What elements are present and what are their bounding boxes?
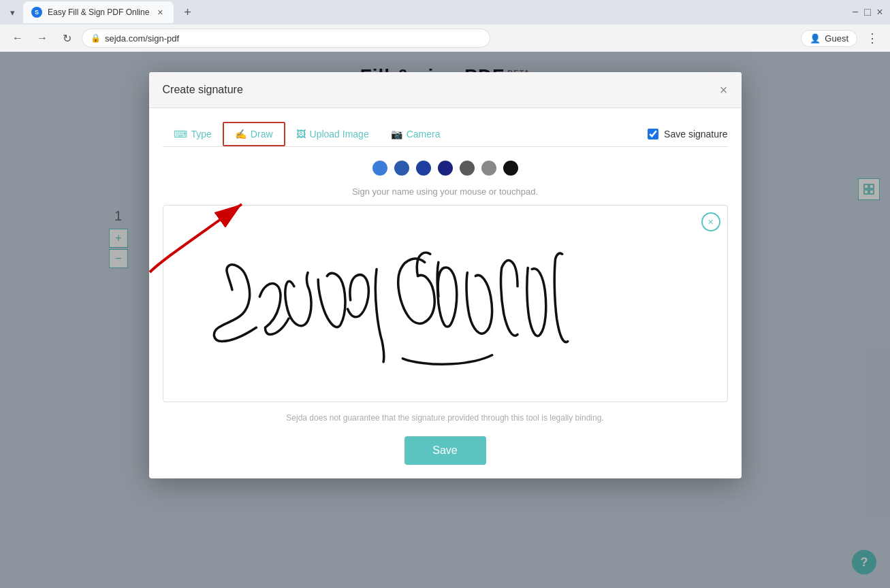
disclaimer-text: Sejda does not guarantee that the signat… bbox=[163, 413, 728, 423]
signature-tabs: ⌨ Type ✍ Draw 🖼 Upload Image 📷 Camera bbox=[163, 122, 728, 147]
save-signature-area: Save signature bbox=[648, 129, 727, 140]
modal-title: Create signature bbox=[163, 84, 243, 96]
save-signature-label: Save signature bbox=[664, 129, 727, 140]
tab-list-button[interactable]: ▾ bbox=[5, 5, 19, 19]
modal-header: Create signature × bbox=[149, 72, 742, 108]
refresh-button[interactable]: ↻ bbox=[57, 29, 76, 48]
guest-label: Guest bbox=[825, 33, 848, 44]
modal-close-button[interactable]: × bbox=[720, 83, 728, 97]
modal-overlay: Create signature × ⌨ Type ✍ Draw 🖼 Uploa… bbox=[0, 52, 890, 588]
color-dot-gray[interactable] bbox=[481, 161, 496, 176]
tab-favicon: S bbox=[31, 7, 42, 18]
draw-icon: ✍ bbox=[235, 129, 247, 140]
hint-text: Sign your name using your mouse or touch… bbox=[163, 186, 728, 197]
forward-button[interactable]: → bbox=[33, 29, 52, 48]
address-bar: ← → ↻ 🔒 sejda.com/sign-pdf 👤 Guest ⋮ bbox=[0, 24, 890, 52]
url-bar[interactable]: 🔒 sejda.com/sign-pdf bbox=[82, 29, 490, 48]
camera-icon: 📷 bbox=[391, 129, 402, 140]
upload-icon: 🖼 bbox=[296, 129, 306, 140]
save-signature-checkbox[interactable] bbox=[648, 129, 658, 140]
color-dot-black[interactable] bbox=[503, 161, 518, 176]
guest-button[interactable]: 👤 Guest bbox=[801, 30, 857, 47]
color-picker bbox=[163, 161, 728, 176]
color-dot-blue3[interactable] bbox=[416, 161, 431, 176]
color-dot-darkgray[interactable] bbox=[460, 161, 475, 176]
color-dot-blue1[interactable] bbox=[372, 161, 387, 176]
back-button[interactable]: ← bbox=[8, 29, 27, 48]
tab-title: Easy Fill & Sign PDF Online bbox=[48, 7, 149, 17]
close-window-button[interactable]: × bbox=[875, 7, 885, 17]
tab-draw[interactable]: ✍ Draw bbox=[223, 122, 285, 146]
tab-camera[interactable]: 📷 Camera bbox=[380, 123, 451, 145]
type-tab-label: Type bbox=[191, 129, 212, 140]
keyboard-icon: ⌨ bbox=[174, 129, 187, 140]
new-tab-button[interactable]: + bbox=[178, 3, 197, 22]
signature-drawing bbox=[163, 206, 727, 402]
window-controls: − □ × bbox=[851, 7, 885, 17]
tab-upload[interactable]: 🖼 Upload Image bbox=[285, 123, 380, 145]
account-icon: 👤 bbox=[810, 33, 821, 44]
draw-tab-label: Draw bbox=[251, 129, 273, 140]
active-tab: S Easy Fill & Sign PDF Online × bbox=[23, 1, 174, 23]
color-dot-blue2[interactable] bbox=[394, 161, 409, 176]
browser-menu-button[interactable]: ⋮ bbox=[863, 29, 882, 48]
lock-icon: 🔒 bbox=[91, 33, 101, 43]
minimize-button[interactable]: − bbox=[851, 7, 860, 17]
upload-tab-label: Upload Image bbox=[310, 129, 369, 140]
signature-canvas[interactable]: × bbox=[163, 205, 728, 402]
tab-close-button[interactable]: × bbox=[155, 7, 165, 18]
tab-type[interactable]: ⌨ Type bbox=[163, 123, 223, 145]
color-dot-navy[interactable] bbox=[438, 161, 453, 176]
save-button[interactable]: Save bbox=[404, 436, 486, 465]
title-bar: ▾ S Easy Fill & Sign PDF Online × + − □ … bbox=[0, 0, 890, 24]
create-signature-modal: Create signature × ⌨ Type ✍ Draw 🖼 Uploa… bbox=[149, 72, 742, 478]
camera-tab-label: Camera bbox=[407, 129, 441, 140]
url-text: sejda.com/sign-pdf bbox=[105, 33, 179, 44]
modal-body: ⌨ Type ✍ Draw 🖼 Upload Image 📷 Camera bbox=[149, 108, 742, 478]
maximize-button[interactable]: □ bbox=[863, 7, 872, 17]
browser-chrome: ▾ S Easy Fill & Sign PDF Online × + − □ … bbox=[0, 0, 890, 52]
